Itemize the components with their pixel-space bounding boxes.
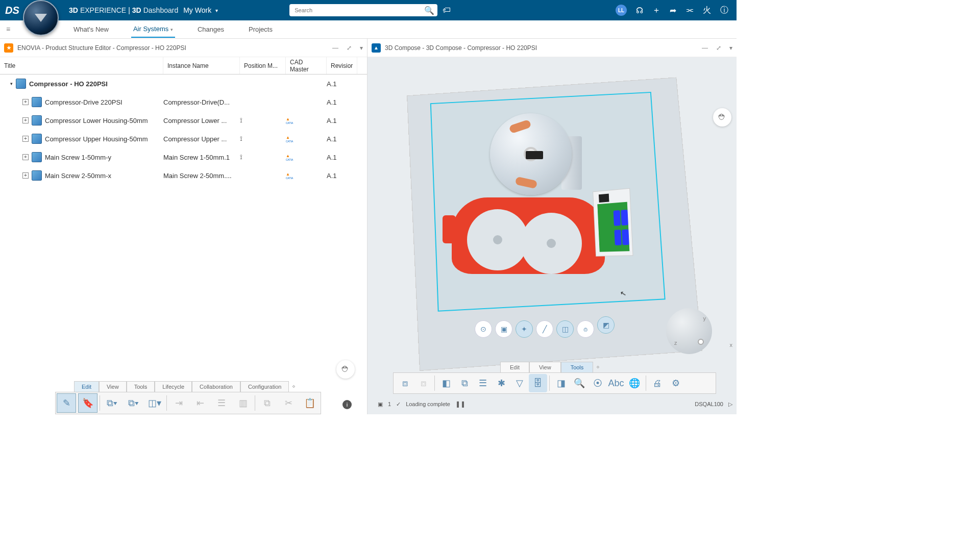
tab-collaboration[interactable]: Collaboration xyxy=(192,381,240,392)
solid-view-button[interactable]: ◩ xyxy=(597,316,615,334)
checklist-button[interactable]: ☰ xyxy=(474,374,492,392)
chevron-down-icon[interactable]: ▾ xyxy=(729,44,732,52)
filter-button[interactable]: ▽ xyxy=(510,374,529,392)
replace-button[interactable]: ◫▾ xyxy=(145,393,164,413)
notifications-icon[interactable]: ☊ xyxy=(636,6,643,15)
add-icon[interactable]: ＋ xyxy=(652,5,660,16)
avatar[interactable]: LL xyxy=(616,5,627,16)
collab-icon[interactable]: ⽕ xyxy=(703,5,711,16)
expand-icon[interactable]: + xyxy=(22,136,29,142)
hamburger-icon[interactable]: ≡ xyxy=(6,25,10,33)
copy-button[interactable]: ⧉ xyxy=(257,393,277,413)
robot-assist-button[interactable]: ⛑ xyxy=(336,360,355,379)
globe-button[interactable]: 🌐 xyxy=(625,374,644,392)
list-button[interactable]: ☰ xyxy=(212,393,231,413)
database-button[interactable]: 🗄 xyxy=(529,374,547,392)
tabs-overflow-icon[interactable]: ⋄ xyxy=(289,381,299,392)
expand-icon[interactable]: ⤢ xyxy=(347,44,352,52)
col-cad[interactable]: CAD Master xyxy=(286,57,327,74)
compass-icon[interactable] xyxy=(23,0,59,36)
col-title[interactable]: Title xyxy=(0,57,163,74)
enovia-app-icon[interactable]: ★ xyxy=(4,43,13,53)
tab-edit[interactable]: Edit xyxy=(500,362,529,372)
cut-button[interactable]: ✂ xyxy=(279,393,298,413)
indent-button[interactable]: ⇥ xyxy=(169,393,188,413)
minimize-icon[interactable]: — xyxy=(702,44,708,52)
fit-view-button[interactable]: ⊙ xyxy=(475,320,492,338)
row-title: Compressor-Drive 220PSI xyxy=(45,98,122,106)
expand-icon[interactable]: + xyxy=(22,154,29,160)
col-instance[interactable]: Instance Name xyxy=(163,57,240,74)
table-row[interactable]: + Compressor-Drive 220PSI Compressor-Dri… xyxy=(0,93,367,111)
share-icon[interactable]: ➦ xyxy=(670,6,676,15)
expand-icon[interactable]: ⤢ xyxy=(716,44,721,52)
status-chevron-icon[interactable]: ▷ xyxy=(728,401,732,408)
outdent-button[interactable]: ⇤ xyxy=(190,393,210,413)
print-button[interactable]: 🖨 xyxy=(648,374,667,392)
bookmark-button[interactable]: 🔖 xyxy=(78,393,97,413)
table-row[interactable]: + Main Screw 2-50mm-x Main Screw 2-50mm.… xyxy=(0,166,367,185)
col-revision[interactable]: Revisior xyxy=(327,57,357,74)
info-icon[interactable]: i xyxy=(342,400,352,409)
table-row[interactable]: + Compressor Lower Housing-50mm Compress… xyxy=(0,111,367,130)
tab-lifecycle[interactable]: Lifecycle xyxy=(155,381,192,392)
inspect-button[interactable]: ⦿ xyxy=(589,374,607,392)
cube-button[interactable]: ◧ xyxy=(437,374,455,392)
expand-icon[interactable]: + xyxy=(22,99,29,105)
cylinder-view-button[interactable]: ⌾ xyxy=(577,320,594,338)
axes-button[interactable]: ✦ xyxy=(516,320,533,338)
wire-button[interactable]: ╱ xyxy=(536,320,553,338)
table-row[interactable]: + Main Screw 1-50mm-y Main Screw 1-50mm.… xyxy=(0,148,367,166)
table-row[interactable]: ▾ Compressor - HO 220PSI A.1 xyxy=(0,74,367,93)
nav-projects[interactable]: Projects xyxy=(247,21,275,37)
add-part-button[interactable]: ⧈ xyxy=(396,374,414,392)
tag-icon[interactable]: 🏷 xyxy=(443,6,451,15)
expand-icon[interactable]: + xyxy=(22,172,29,179)
network-share-icon[interactable]: ⫘ xyxy=(685,6,694,15)
tab-edit[interactable]: Edit xyxy=(74,381,99,392)
view-triad[interactable]: y x z xyxy=(675,317,731,373)
ghost-button[interactable]: ⧈ xyxy=(414,374,432,392)
minimize-icon[interactable]: — xyxy=(332,44,338,52)
chevron-down-icon[interactable]: ▾ xyxy=(170,27,173,32)
tab-tools[interactable]: Tools xyxy=(561,362,594,372)
pin-label-button[interactable]: Abc xyxy=(607,374,625,392)
pause-icon[interactable]: ❚❚ xyxy=(455,400,465,408)
tab-configuration[interactable]: Configuration xyxy=(240,381,289,392)
search-model-button[interactable]: 🔍 xyxy=(570,374,589,392)
isometric-button[interactable]: ◨ xyxy=(552,374,570,392)
search-input[interactable] xyxy=(289,4,437,16)
table-row[interactable]: + Compressor Upper Housing-50mm Compress… xyxy=(0,130,367,148)
help-icon[interactable]: ⓘ xyxy=(720,5,728,16)
row-title: Compressor - HO 220PSI xyxy=(29,80,108,88)
tab-view[interactable]: View xyxy=(99,381,127,392)
compose-app-icon[interactable]: ▲ xyxy=(372,43,381,53)
tab-view[interactable]: View xyxy=(529,362,561,372)
box-view-button[interactable]: ◫ xyxy=(556,320,574,338)
multi-cube-button[interactable]: ⧉ xyxy=(455,374,474,392)
chevron-down-icon[interactable]: ▾ xyxy=(360,44,363,52)
right-bottom-tabs: Edit View Tools ⋄ xyxy=(500,362,603,372)
columns-button[interactable]: ▥ xyxy=(233,393,253,413)
insert-existing-button[interactable]: ⧉▾ xyxy=(124,393,143,413)
nav-air-systems[interactable]: Air Systems ▾ xyxy=(131,21,175,38)
collapse-icon[interactable]: ▾ xyxy=(10,81,13,86)
edit-pencil-button[interactable]: ✎ xyxy=(57,393,76,413)
insert-new-button[interactable]: ⧉▾ xyxy=(102,393,121,413)
col-position[interactable]: Position M... xyxy=(240,57,286,74)
settings-button[interactable]: ⚙ xyxy=(667,374,685,392)
paste-button[interactable]: 📋 xyxy=(300,393,320,413)
reframe-button[interactable]: ▣ xyxy=(495,320,512,338)
robot-assist-button[interactable]: ⛑ xyxy=(713,108,731,127)
context-label[interactable]: My Work xyxy=(183,6,211,14)
nav-whats-new[interactable]: What's New xyxy=(71,21,111,37)
ds-logo-icon[interactable]: DS xyxy=(5,5,20,16)
search-icon[interactable]: 🔍 xyxy=(424,6,434,15)
expand-icon[interactable]: + xyxy=(22,117,29,123)
tab-tools[interactable]: Tools xyxy=(127,381,155,392)
graph-button[interactable]: ✱ xyxy=(492,374,510,392)
chevron-down-icon[interactable]: ▾ xyxy=(215,8,218,13)
nav-changes[interactable]: Changes xyxy=(195,21,226,37)
3d-viewport[interactable]: ↖ ⛑ ⊙ ▣ ✦ ╱ ◫ ⌾ ◩ y x z Edit View xyxy=(368,57,737,414)
tabs-overflow-icon[interactable]: ⋄ xyxy=(593,362,603,372)
